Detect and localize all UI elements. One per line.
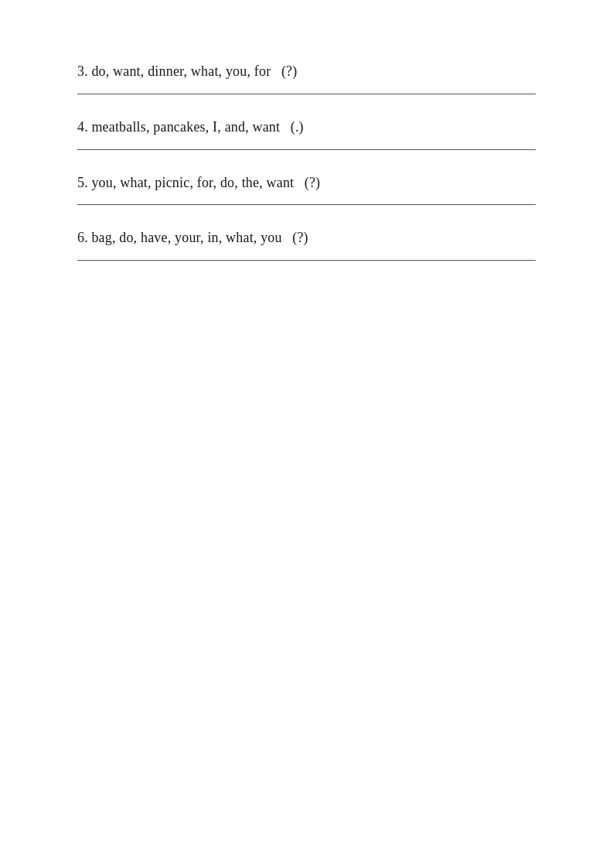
exercise-number-3: 3.: [77, 60, 88, 83]
page: 3. do, want, dinner, what, you, for (?) …: [0, 0, 613, 868]
exercise-number-4: 4.: [77, 116, 88, 138]
divider-6: [77, 260, 536, 261]
exercise-line-5: 5. you, what, picnic, for, do, the, want…: [77, 172, 536, 203]
exercise-words-6: bag, do, have, your, in, what, you: [91, 227, 281, 249]
exercise-line-4: 4. meatballs, pancakes, I, and, want (.): [77, 116, 536, 148]
exercise-item-5: 5. you, what, picnic, for, do, the, want…: [77, 158, 536, 214]
exercise-number-6: 6.: [77, 227, 88, 249]
exercise-punctuation-6: (?): [292, 227, 308, 249]
divider-4: [77, 149, 536, 150]
exercise-line-6: 6. bag, do, have, your, in, what, you (?…: [77, 227, 536, 258]
exercise-words-5: you, what, picnic, for, do, the, want: [91, 172, 294, 194]
exercise-words-4: meatballs, pancakes, I, and, want: [91, 116, 280, 138]
exercise-number-5: 5.: [77, 172, 88, 194]
exercise-item-6: 6. bag, do, have, your, in, what, you (?…: [77, 213, 536, 268]
exercise-punctuation-4: (.): [291, 116, 304, 138]
exercise-item-3: 3. do, want, dinner, what, you, for (?): [77, 46, 536, 102]
divider-5: [77, 204, 536, 205]
exercise-punctuation-5: (?): [305, 172, 321, 194]
exercise-words-3: do, want, dinner, what, you, for: [91, 60, 271, 83]
divider-3: [77, 94, 536, 94]
exercise-punctuation-3: (?): [281, 60, 298, 83]
exercise-line-3: 3. do, want, dinner, what, you, for (?): [77, 60, 536, 92]
exercise-item-4: 4. meatballs, pancakes, I, and, want (.): [77, 102, 536, 158]
